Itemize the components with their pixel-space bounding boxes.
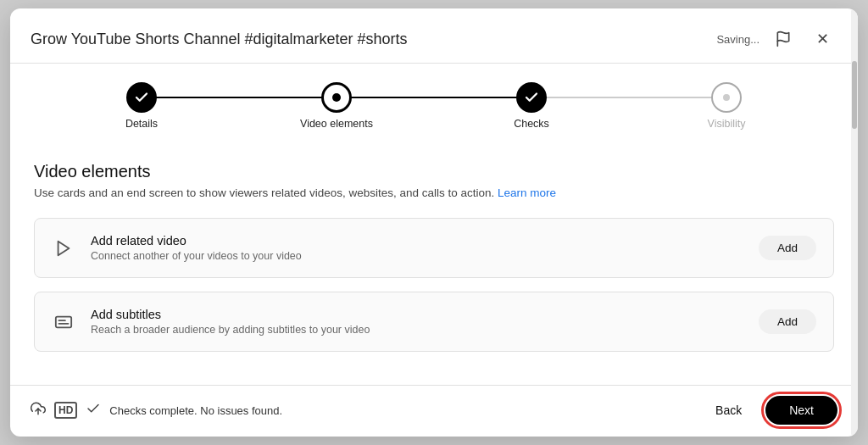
step-details: Details [44, 82, 239, 130]
modal-footer: HD Checks complete. No issues found. Bac… [10, 385, 858, 437]
svg-marker-1 [58, 241, 70, 255]
footer-status-text: Checks complete. No issues found. [109, 404, 282, 417]
flag-icon [775, 31, 792, 47]
step-visibility-label: Visibility [708, 118, 746, 130]
step-checks-circle [516, 82, 547, 113]
upload-modal: Grow YouTube Shorts Channel #digitalmark… [10, 8, 858, 437]
card-subtitles-title: Add subtitles [91, 308, 370, 321]
learn-more-link[interactable]: Learn more [498, 186, 556, 199]
next-button[interactable]: Next [765, 396, 837, 425]
close-icon: ✕ [816, 30, 829, 48]
section-description: Use cards and an end screen to show view… [34, 186, 834, 199]
add-subtitles-button[interactable]: Add [759, 309, 816, 334]
card-related-video-left: Add related video Connect another of you… [52, 234, 302, 262]
hd-badge: HD [54, 402, 77, 419]
modal-header: Grow YouTube Shorts Channel #digitalmark… [10, 8, 858, 64]
flag-button[interactable] [768, 24, 798, 54]
card-related-video: Add related video Connect another of you… [34, 218, 834, 278]
card-related-video-subtitle: Connect another of your videos to your v… [91, 250, 302, 262]
step-checks: Checks [434, 82, 629, 130]
subtitles-icon [52, 313, 75, 331]
scroll-thumb[interactable] [852, 61, 857, 129]
saving-status: Saving... [716, 33, 760, 46]
play-icon [52, 239, 75, 258]
card-subtitles-left: Add subtitles Reach a broader audience b… [52, 308, 370, 336]
modal-title: Grow YouTube Shorts Channel #digitalmark… [31, 31, 408, 48]
step-details-label: Details [125, 118, 158, 130]
card-subtitles-info: Add subtitles Reach a broader audience b… [91, 308, 370, 336]
footer-left: HD Checks complete. No issues found. [31, 401, 282, 420]
checkmark-icon [134, 90, 149, 105]
step-details-circle [126, 82, 157, 113]
upload-icon [31, 401, 46, 420]
close-button[interactable]: ✕ [807, 24, 837, 54]
add-related-video-button[interactable]: Add [759, 236, 816, 260]
card-subtitles-subtitle: Reach a broader audience by adding subti… [91, 324, 370, 336]
checkmark-icon-2 [524, 90, 539, 105]
footer-right: Back Next [700, 396, 837, 425]
card-subtitles: Add subtitles Reach a broader audience b… [34, 292, 834, 352]
svg-rect-2 [56, 316, 71, 327]
step-checks-label: Checks [514, 118, 549, 130]
card-related-video-title: Add related video [91, 234, 302, 248]
step-video-elements: Video elements [239, 82, 434, 130]
step-visibility-circle [711, 82, 742, 113]
modal-body: Video elements Use cards and an end scre… [10, 142, 858, 385]
checks-complete-icon [86, 401, 101, 420]
header-actions: Saving... ✕ [716, 24, 837, 54]
section-title: Video elements [34, 162, 834, 181]
back-button[interactable]: Back [700, 397, 757, 424]
scroll-rail [851, 8, 858, 437]
stepper: Details Video elements Checks [10, 64, 858, 142]
step-visibility: Visibility [629, 82, 824, 130]
step-video-elements-label: Video elements [300, 118, 373, 130]
step-video-elements-circle [321, 82, 352, 113]
card-related-video-info: Add related video Connect another of you… [91, 234, 302, 262]
